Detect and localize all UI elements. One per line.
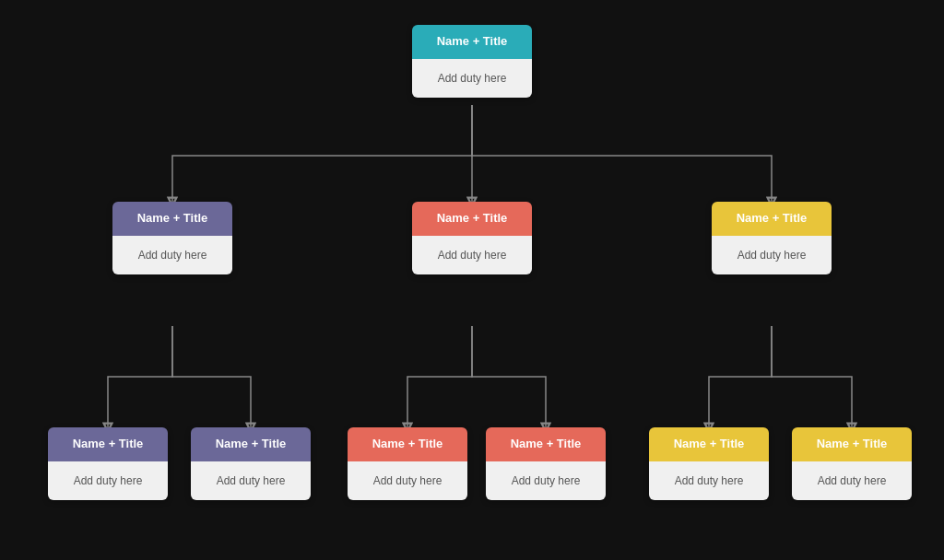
node-leaf-ll-header: Name + Title	[48, 427, 168, 461]
node-mid-right[interactable]: Name + Title Add duty here	[712, 202, 832, 274]
node-leaf-cr-body: Add duty here	[486, 461, 606, 500]
node-leaf-cl-label: Name + Title	[372, 437, 443, 450]
node-leaf-ll-body: Add duty here	[48, 461, 168, 500]
node-mid-center-header: Name + Title	[412, 202, 532, 236]
node-leaf-cr-header: Name + Title	[486, 427, 606, 461]
node-leaf-rl-duty: Add duty here	[675, 474, 744, 487]
node-mid-center-label: Name + Title	[437, 211, 508, 225]
node-mid-right-duty: Add duty here	[738, 249, 807, 262]
node-root-label: Name + Title	[437, 34, 508, 48]
node-mid-left-body: Add duty here	[112, 236, 232, 274]
node-mid-right-body: Add duty here	[712, 236, 832, 274]
org-chart: Name + Title Add duty here Name + Title …	[20, 8, 924, 552]
node-leaf-rr[interactable]: Name + Title Add duty here	[792, 427, 912, 500]
node-root-duty: Add duty here	[438, 72, 507, 85]
node-leaf-cr-label: Name + Title	[511, 437, 582, 450]
node-leaf-rr-header: Name + Title	[792, 427, 912, 461]
node-leaf-rl-label: Name + Title	[674, 437, 745, 450]
node-leaf-cl-duty: Add duty here	[373, 474, 442, 487]
node-leaf-cr-duty: Add duty here	[512, 474, 581, 487]
node-root-body: Add duty here	[412, 59, 532, 98]
node-leaf-ll-duty: Add duty here	[74, 474, 143, 487]
node-leaf-rl-body: Add duty here	[649, 461, 769, 500]
node-leaf-cr[interactable]: Name + Title Add duty here	[486, 427, 606, 500]
node-root[interactable]: Name + Title Add duty here	[412, 25, 532, 98]
node-mid-right-label: Name + Title	[737, 211, 808, 225]
node-mid-left[interactable]: Name + Title Add duty here	[112, 202, 232, 274]
node-root-header: Name + Title	[412, 25, 532, 59]
node-leaf-rr-body: Add duty here	[792, 461, 912, 500]
node-leaf-cl-body: Add duty here	[348, 461, 467, 500]
node-leaf-lr-body: Add duty here	[191, 461, 311, 500]
node-leaf-cl-header: Name + Title	[348, 427, 467, 461]
node-mid-right-header: Name + Title	[712, 202, 832, 236]
node-leaf-rr-duty: Add duty here	[818, 474, 887, 487]
node-leaf-lr-duty: Add duty here	[217, 474, 286, 487]
node-leaf-lr-label: Name + Title	[216, 437, 287, 450]
node-mid-center-duty: Add duty here	[438, 249, 507, 262]
node-leaf-rl[interactable]: Name + Title Add duty here	[649, 427, 769, 500]
node-mid-left-duty: Add duty here	[138, 249, 207, 262]
node-mid-center[interactable]: Name + Title Add duty here	[412, 202, 532, 274]
node-leaf-cl[interactable]: Name + Title Add duty here	[348, 427, 467, 500]
node-leaf-ll-label: Name + Title	[73, 437, 144, 450]
node-mid-left-label: Name + Title	[137, 211, 208, 225]
node-leaf-rl-header: Name + Title	[649, 427, 769, 461]
node-leaf-lr-header: Name + Title	[191, 427, 311, 461]
node-mid-left-header: Name + Title	[112, 202, 232, 236]
node-leaf-ll[interactable]: Name + Title Add duty here	[48, 427, 168, 500]
node-mid-center-body: Add duty here	[412, 236, 532, 274]
node-leaf-rr-label: Name + Title	[817, 437, 888, 450]
node-leaf-lr[interactable]: Name + Title Add duty here	[191, 427, 311, 500]
